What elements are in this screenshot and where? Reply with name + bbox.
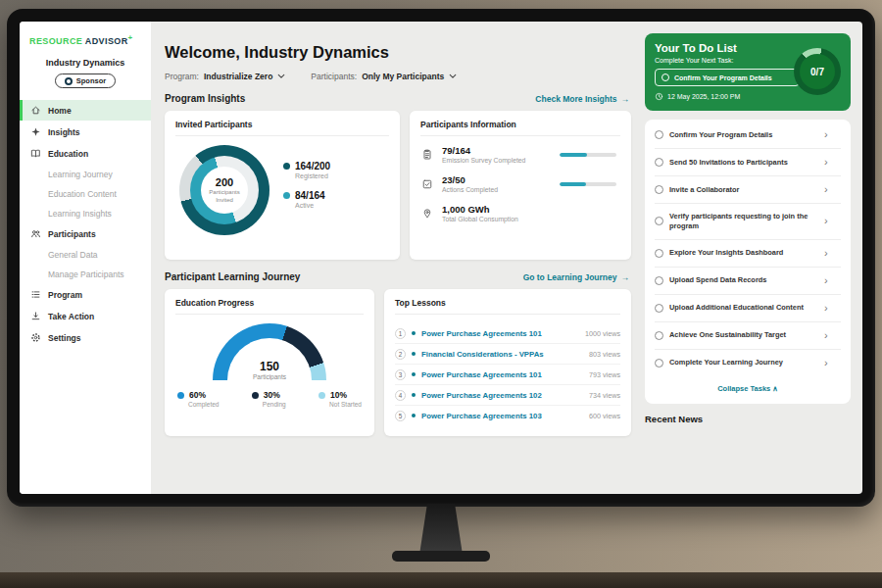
lesson-row[interactable]: 1 Power Purchase Agreements 101 1000 vie… <box>395 323 620 344</box>
participants-information-card: Participants Information 79/164 Emission… <box>410 111 631 260</box>
sidebar-item-label: Program <box>48 290 82 300</box>
not-started-value: 10% <box>330 390 347 400</box>
task-row[interactable]: Complete Your Learning Journey › <box>655 350 841 376</box>
link-label: Go to Learning Journey <box>523 272 617 282</box>
task-row[interactable]: Upload Spend Data Records › <box>655 268 841 295</box>
participants-filter-value: Only My Participants <box>362 72 444 81</box>
task-row[interactable]: Confirm Your Program Details › <box>655 122 841 149</box>
chevron-right-icon[interactable]: › <box>824 184 828 195</box>
sidebar-item-education[interactable]: Education <box>20 143 151 164</box>
program-icon <box>30 289 41 300</box>
logo-advisor: ADVISOR <box>85 36 128 46</box>
sidebar-item-general-data[interactable]: General Data <box>20 245 151 264</box>
chevron-right-icon[interactable]: › <box>824 157 828 168</box>
checkbox-icon[interactable] <box>655 130 663 139</box>
lesson-row[interactable]: 3 Power Purchase Agreements 101 793 view… <box>395 365 620 385</box>
chevron-down-icon <box>449 74 457 79</box>
sidebar-item-program[interactable]: Program <box>20 284 151 305</box>
task-label: Explore Your Insights Dashboard <box>669 248 818 258</box>
global-consumption-row: 1,000 GWh Total Global Consumption <box>420 204 620 222</box>
checkbox-icon[interactable] <box>655 331 663 340</box>
lesson-title-link[interactable]: Financial Considerations - VPPAs <box>421 350 583 359</box>
not-started-dot <box>318 392 325 399</box>
participants-filter-dropdown[interactable]: Participants: Only My Participants <box>311 72 457 81</box>
chevron-right-icon[interactable]: › <box>824 129 828 140</box>
sidebar-item-home[interactable]: Home <box>20 100 151 121</box>
task-row[interactable]: Send 50 Invitations to Participants › <box>655 149 841 176</box>
sidebar-item-label: Learning Insights <box>48 209 112 219</box>
lesson-bullet <box>412 414 416 417</box>
pending-label: Pending <box>263 401 286 408</box>
emission-survey-row: 79/164 Emission Survey Completed <box>420 145 620 164</box>
sidebar-item-label: Manage Participants <box>48 270 124 279</box>
emission-survey-value: 79/164 <box>442 145 552 156</box>
todo-progress-ring: 0/7 <box>794 48 841 95</box>
sidebar-item-participants[interactable]: Participants <box>20 223 151 244</box>
checkbox-icon[interactable] <box>662 74 669 81</box>
caret-up-icon: ∧ <box>772 384 778 393</box>
lesson-views: 803 views <box>589 350 620 359</box>
sidebar-item-education-content[interactable]: Education Content <box>20 184 151 203</box>
task-row[interactable]: Verify participants requesting to join t… <box>655 204 841 240</box>
monitor-bezel: RESOURCE ADVISOR+ Industry Dynamics Spon… <box>7 9 875 507</box>
task-row[interactable]: Explore Your Insights Dashboard › <box>655 240 841 268</box>
chevron-right-icon[interactable]: › <box>824 248 828 259</box>
sidebar-item-insights[interactable]: Insights <box>20 122 151 142</box>
chevron-right-icon[interactable]: › <box>824 216 828 226</box>
section-title: Program Insights <box>165 93 245 104</box>
participants-icon <box>30 228 41 239</box>
lesson-row[interactable]: 2 Financial Considerations - VPPAs 803 v… <box>395 344 620 365</box>
checkbox-icon[interactable] <box>655 217 663 225</box>
sidebar-item-take-action[interactable]: Take Action <box>20 306 151 326</box>
task-label: Invite a Collaborator <box>669 185 818 195</box>
sidebar-item-manage-participants[interactable]: Manage Participants <box>20 265 151 283</box>
participants-filter-label: Participants: <box>311 72 357 81</box>
checkbox-icon[interactable] <box>655 304 663 313</box>
program-filter-value: Industrialize Zero <box>204 72 272 81</box>
chevron-right-icon[interactable]: › <box>824 330 828 341</box>
task-row[interactable]: Upload Additional Educational Content › <box>655 295 841 322</box>
collapse-label: Collapse Tasks <box>717 384 770 393</box>
sidebar-item-settings[interactable]: Settings <box>20 327 151 348</box>
checkbox-icon[interactable] <box>655 276 663 285</box>
lesson-title-link[interactable]: Power Purchase Agreements 103 <box>421 412 583 420</box>
checkbox-icon[interactable] <box>655 249 663 258</box>
go-to-learning-journey-link[interactable]: Go to Learning Journey → <box>523 272 629 282</box>
collapse-tasks-link[interactable]: Collapse Tasks ∧ <box>655 376 841 402</box>
lesson-title-link[interactable]: Power Purchase Agreements 102 <box>421 391 583 400</box>
check-more-insights-link[interactable]: Check More Insights → <box>535 94 629 104</box>
next-task-item[interactable]: Confirm Your Program Details <box>655 69 800 86</box>
settings-icon <box>30 332 41 343</box>
sidebar-item-label: Home <box>48 106 72 116</box>
sponsor-badge[interactable]: Sponsor <box>55 74 116 88</box>
task-row[interactable]: Achieve One Sustainability Target › <box>655 322 841 350</box>
lesson-bullet <box>412 393 416 397</box>
lesson-views: 600 views <box>589 412 620 420</box>
sidebar-item-learning-insights[interactable]: Learning Insights <box>20 204 151 222</box>
chevron-right-icon[interactable]: › <box>824 275 828 286</box>
gauge-center-label: Participants <box>213 373 326 380</box>
lesson-title-link[interactable]: Power Purchase Agreements 101 <box>421 370 583 379</box>
task-label: Upload Additional Educational Content <box>669 303 818 313</box>
checkbox-icon[interactable] <box>655 185 663 194</box>
checkbox-icon[interactable] <box>655 158 663 167</box>
chevron-right-icon[interactable]: › <box>824 358 828 368</box>
lesson-views: 734 views <box>589 391 620 400</box>
sidebar-item-learning-journey[interactable]: Learning Journey <box>20 165 151 183</box>
donut-center-value: 200 <box>216 176 233 188</box>
home-icon <box>30 105 41 116</box>
lesson-title-link[interactable]: Power Purchase Agreements 101 <box>421 329 579 338</box>
lesson-row[interactable]: 5 Power Purchase Agreements 103 600 view… <box>395 406 620 425</box>
take-action-icon <box>30 311 41 321</box>
arrow-right-icon: → <box>621 94 630 104</box>
pending-dot <box>252 392 259 399</box>
lesson-bullet <box>412 352 416 356</box>
learning-journey-cards: Education Progress 150 Participants <box>165 289 631 436</box>
checkbox-icon[interactable] <box>655 359 663 368</box>
link-label: Check More Insights <box>535 94 616 104</box>
lesson-row[interactable]: 4 Power Purchase Agreements 102 734 view… <box>395 385 620 406</box>
chevron-right-icon[interactable]: › <box>824 303 828 314</box>
program-filter-dropdown[interactable]: Program: Industrialize Zero <box>165 72 285 81</box>
task-label: Upload Spend Data Records <box>669 275 818 285</box>
task-row[interactable]: Invite a Collaborator › <box>655 176 841 204</box>
